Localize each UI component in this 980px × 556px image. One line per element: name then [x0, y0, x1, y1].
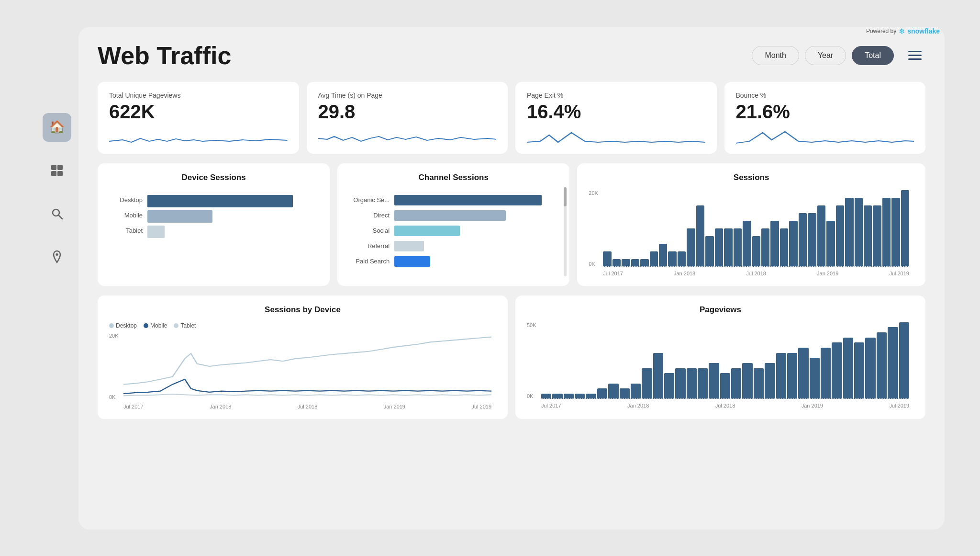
- sessions-bar-21: [799, 213, 807, 267]
- bar-track-desktop: [147, 195, 318, 205]
- svg-rect-3: [57, 171, 63, 176]
- pageviews-bar-24: [810, 358, 820, 398]
- filter-year-button[interactable]: Year: [805, 46, 846, 65]
- kpi-value-avgtime: 29.8: [318, 101, 497, 122]
- pageviews-y-0k: 0K: [527, 393, 540, 399]
- pageviews-bar-17: [731, 368, 741, 399]
- sessions-bar-9: [687, 228, 695, 267]
- kpi-card-avgtime: Avg Time (s) on Page 29.8: [307, 82, 508, 154]
- sessions-bar-3: [631, 259, 639, 267]
- sessions-bar-29: [873, 205, 881, 267]
- sessions-y-axis: 20K 0K: [589, 190, 602, 276]
- bar-fill-organic: [394, 195, 542, 205]
- pageviews-card: Pageviews 50K 0K Jul 2017 Jan 2018 Jul 2…: [515, 295, 925, 419]
- sessions-x-axis: Jul 2017 Jan 2018 Jul 2018 Jan 2019 Jul …: [603, 271, 909, 276]
- brand-name: snowflake: [907, 27, 940, 35]
- kpi-value-pageexit: 16.4%: [527, 101, 705, 122]
- sidebar-item-home[interactable]: 🏠: [43, 113, 71, 142]
- sessions-bar-14: [734, 228, 742, 267]
- bar-row-mobile: Mobile: [109, 210, 318, 221]
- channel-scrollbar[interactable]: [564, 187, 567, 276]
- bar-fill-mobile: [147, 210, 212, 223]
- kpi-label-bounce: Bounce %: [736, 91, 914, 99]
- bar-label-desktop: Desktop: [109, 196, 143, 204]
- sessions-by-device-svg: [123, 333, 491, 400]
- bar-fill-social: [394, 226, 460, 236]
- sessions-bar-10: [696, 205, 704, 267]
- pageviews-x-jul19: Jul 2019: [889, 403, 909, 408]
- sessions-bar-17: [761, 228, 769, 267]
- menu-line-2: [908, 55, 922, 56]
- filter-total-button[interactable]: Total: [852, 46, 894, 65]
- sidebar: 🏠: [35, 27, 78, 530]
- sbd-x-jan19: Jan 2019: [384, 404, 405, 409]
- sessions-bar-1: [612, 259, 621, 267]
- filter-month-button[interactable]: Month: [752, 46, 799, 65]
- powered-by-label: Powered by ❄ snowflake: [866, 27, 940, 36]
- sbd-x-jul18: Jul 2018: [298, 404, 318, 409]
- sessions-bar-24: [826, 221, 835, 267]
- menu-line-3: [908, 58, 922, 60]
- sessions-x-jul19: Jul 2019: [889, 271, 909, 276]
- bar-fill-desktop: [147, 195, 293, 207]
- pageviews-bar-22: [787, 353, 797, 399]
- sessions-bar-19: [780, 228, 788, 267]
- bar-label-paid: Paid Search: [349, 258, 390, 265]
- pageviews-bar-21: [776, 353, 786, 399]
- pageviews-x-axis: Jul 2017 Jan 2018 Jul 2018 Jan 2019 Jul …: [541, 403, 909, 408]
- device-sessions-card: Device Sessions Desktop Mobile: [98, 163, 330, 286]
- bar-label-social: Social: [349, 227, 390, 234]
- main-panel: Web Traffic Month Year Total Total Uniqu…: [78, 27, 945, 530]
- sessions-bar-31: [891, 198, 900, 267]
- sbd-y-0k: 0K: [109, 394, 122, 400]
- sessions-y-0k: 0K: [589, 261, 602, 267]
- legend-label-mobile: Mobile: [150, 322, 167, 329]
- kpi-card-bounce: Bounce % 21.6%: [724, 82, 926, 154]
- sbd-y-20k: 20K: [109, 333, 122, 339]
- sidebar-item-location[interactable]: [43, 242, 71, 271]
- sidebar-item-dashboard[interactable]: [43, 156, 71, 185]
- bar-track-referral: [394, 241, 558, 251]
- sessions-bar-7: [668, 251, 676, 267]
- menu-line-1: [908, 51, 922, 52]
- legend-tablet: Tablet: [174, 322, 196, 329]
- header-controls: Month Year Total: [752, 45, 925, 66]
- sessions-bar-32: [901, 190, 909, 267]
- device-sessions-bars: Desktop Mobile Tablet: [109, 190, 318, 241]
- bar-track-mobile: [147, 210, 318, 221]
- bar-track-organic: [394, 195, 558, 205]
- sessions-bar-25: [836, 205, 844, 267]
- pageviews-bar-12: [675, 368, 685, 399]
- pageviews-bar-9: [642, 368, 652, 399]
- kpi-sparkline-pageexit: [527, 128, 705, 147]
- bar-label-direct: Direct: [349, 212, 390, 219]
- kpi-sparkline-bounce: [736, 128, 914, 147]
- powered-by-text: Powered by: [866, 28, 896, 34]
- pageviews-bar-14: [698, 368, 708, 399]
- svg-rect-0: [51, 165, 56, 170]
- pageviews-bar-28: [854, 342, 864, 398]
- outer-container: Powered by ❄ snowflake 🏠: [35, 27, 945, 530]
- channel-sessions-bars: Organic Se... Direct Social: [349, 190, 558, 272]
- bar-fill-paid: [394, 256, 430, 267]
- bar-row-direct: Direct: [349, 210, 558, 221]
- sessions-x-jan19: Jan 2019: [817, 271, 838, 276]
- kpi-value-pageviews: 622K: [109, 101, 288, 122]
- sidebar-item-search[interactable]: [43, 199, 71, 228]
- pageviews-bar-31: [888, 327, 898, 398]
- sessions-title: Sessions: [589, 173, 914, 182]
- legend-label-tablet: Tablet: [180, 322, 196, 329]
- sbd-x-axis: Jul 2017 Jan 2018 Jul 2018 Jan 2019 Jul …: [123, 404, 491, 409]
- pageviews-bar-26: [832, 342, 842, 398]
- menu-button[interactable]: [904, 45, 925, 66]
- sessions-x-jan18: Jan 2018: [674, 271, 695, 276]
- kpi-row: Total Unique Pageviews 622K Avg Time (s)…: [98, 82, 925, 154]
- pageviews-title: Pageviews: [527, 305, 914, 315]
- sessions-bar-4: [640, 259, 648, 267]
- sessions-bar-13: [724, 228, 732, 267]
- svg-line-5: [58, 215, 62, 219]
- sessions-card: Sessions 20K 0K Jul 2017 Jan 2018 Jul 20…: [577, 163, 925, 286]
- bar-track-social: [394, 226, 558, 236]
- sessions-bar-26: [845, 198, 853, 267]
- pageviews-bar-13: [687, 368, 697, 399]
